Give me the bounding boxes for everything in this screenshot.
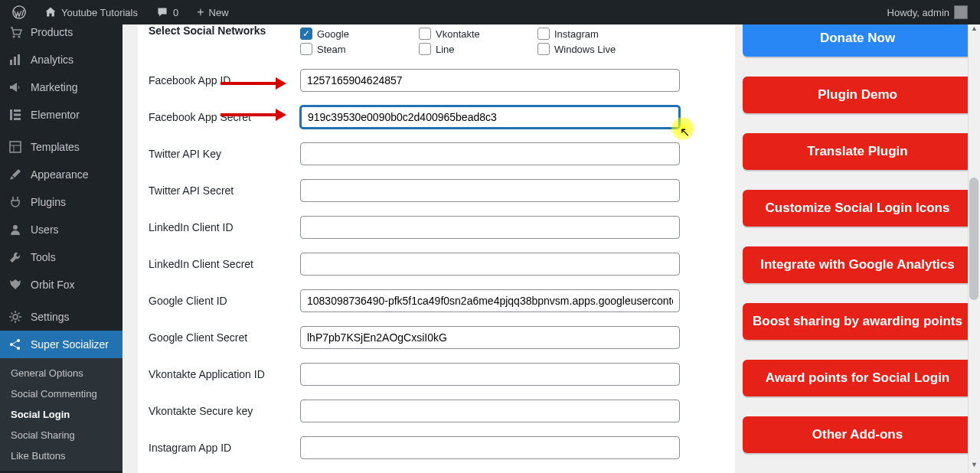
howdy-text: Howdy, admin <box>887 7 949 18</box>
linkedin-client-secret-input[interactable] <box>300 253 680 276</box>
svg-rect-9 <box>14 118 21 120</box>
promo-award-points-for-social-login[interactable]: Award points for Social Login <box>743 360 972 396</box>
sidebar-item-label: Marketing <box>31 81 77 93</box>
sidebar-item-marketing[interactable]: Marketing <box>0 73 122 101</box>
form-row-google-client-secret: Google Client Secret <box>147 319 721 356</box>
sidebar-item-label: Orbit Fox <box>31 279 75 291</box>
twitter-api-secret-input[interactable] <box>300 179 680 202</box>
comments-link[interactable]: 0 <box>150 0 185 24</box>
content-wrap: Select Social Networks ✓Facebook✓GoogleS… <box>122 24 980 473</box>
sidebar-item-plugins[interactable]: Plugins <box>0 188 122 216</box>
sidebar-item-label: Templates <box>31 141 80 153</box>
network-checkbox-line[interactable]: Line <box>419 43 537 55</box>
sidebar-item-settings[interactable]: Settings <box>0 303 122 331</box>
sidebar-item-label: Plugins <box>31 196 66 208</box>
form-row-instagram-app-secret: Instagram App Secret <box>147 466 721 473</box>
facebook-app-id-input[interactable] <box>300 69 680 92</box>
wrench-icon <box>8 250 23 265</box>
sidebar-item-analytics[interactable]: Analytics <box>0 46 122 73</box>
checkbox-label: Vkontakte <box>436 28 480 40</box>
twitter-api-key-input[interactable] <box>300 142 680 165</box>
site-name: Youtube Tutorials <box>61 7 138 18</box>
submenu-item-social-commenting[interactable]: Social Commenting <box>0 383 122 404</box>
svg-rect-6 <box>10 109 12 120</box>
google-client-secret-input[interactable] <box>300 326 680 349</box>
checkbox-icon <box>419 28 431 40</box>
promo-plugin-demo[interactable]: Plugin Demo <box>743 77 972 113</box>
form-row-google-client-id: Google Client ID <box>147 282 721 319</box>
submenu-item-social-login[interactable]: Social Login <box>0 404 122 425</box>
mega-icon <box>8 80 23 95</box>
checkbox-label: Line <box>436 44 455 55</box>
checkbox-icon <box>537 43 550 55</box>
svg-line-18 <box>13 341 17 344</box>
vkontakte-application-id-input[interactable] <box>300 363 680 386</box>
sidebar-item-products[interactable]: Products <box>0 18 122 46</box>
checkbox-label: Steam <box>317 44 346 55</box>
field-label: Twitter API Key <box>147 148 300 160</box>
linkedin-client-id-input[interactable] <box>300 216 680 239</box>
field-label: Twitter API Secret <box>147 184 300 197</box>
promo-other-add-ons[interactable]: Other Add-ons <box>743 416 972 453</box>
checkbox-icon <box>419 43 431 55</box>
field-label: LinkedIn Client Secret <box>147 258 300 270</box>
new-label: New <box>209 7 229 18</box>
promo-donate-now[interactable]: Donate Now <box>743 24 972 57</box>
form-row-facebook-app-id: Facebook App ID <box>147 62 721 99</box>
promo-customize-social-login-icons[interactable]: Customize Social Login Icons <box>743 190 972 227</box>
submenu-item-general-options[interactable]: General Options <box>0 363 122 383</box>
sidebar-item-users[interactable]: Users <box>0 216 122 243</box>
checkbox-label: Windows Live <box>554 44 616 55</box>
instagram-app-id-input[interactable] <box>300 436 680 459</box>
plug-icon <box>8 194 23 210</box>
submenu-item-like-buttons[interactable]: Like Buttons <box>0 445 122 466</box>
svg-point-16 <box>17 339 20 342</box>
checkbox-icon <box>300 43 312 55</box>
scrollbar-thumb[interactable] <box>969 178 978 300</box>
checkbox-label: Instagram <box>554 28 599 40</box>
svg-point-15 <box>10 343 13 346</box>
vertical-scrollbar[interactable]: ▲ ▼ <box>968 24 980 473</box>
promo-translate-plugin[interactable]: Translate Plugin <box>743 133 972 170</box>
form-row-facebook-app-secret: Facebook App Secret <box>147 99 721 135</box>
fox-icon <box>8 277 23 292</box>
sidebar-item-label: Products <box>31 26 73 38</box>
sidebar-item-super-socializer[interactable]: Super Socializer <box>0 331 122 358</box>
new-content-link[interactable]: + New <box>191 0 234 24</box>
avatar <box>954 5 968 19</box>
form-row-vkontakte-secure-key: Vkontakte Secure key <box>147 393 721 429</box>
sidebar-item-label: Users <box>31 223 59 236</box>
field-label: Google Client ID <box>147 295 300 307</box>
field-label: Vkontakte Application ID <box>147 368 300 380</box>
vkontakte-secure-key-input[interactable] <box>300 400 680 422</box>
sidebar-item-orbit-fox[interactable]: Orbit Fox <box>0 271 122 298</box>
svg-point-14 <box>13 315 18 319</box>
google-client-id-input[interactable] <box>300 289 680 312</box>
network-checkbox-vkontakte[interactable]: Vkontakte <box>419 28 537 40</box>
svg-point-13 <box>13 225 18 230</box>
form-row-linkedin-client-id: LinkedIn Client ID <box>147 209 721 246</box>
network-checkbox-steam[interactable]: Steam <box>300 43 419 55</box>
svg-rect-10 <box>10 142 21 152</box>
sidebar-item-templates[interactable]: Templates <box>0 133 122 161</box>
sidebar-item-label: Settings <box>31 311 70 323</box>
chart-icon <box>8 52 23 67</box>
user-menu[interactable]: Howdy, admin <box>887 5 974 19</box>
facebook-app-secret-input[interactable] <box>300 106 680 129</box>
promo-integrate-with-google-analytics[interactable]: Integrate with Google Analytics <box>743 246 972 283</box>
field-label: Google Client Secret <box>147 331 300 344</box>
admin-bar: Youtube Tutorials 0 + New Howdy, admin <box>0 0 980 24</box>
network-checkbox-google[interactable]: ✓Google <box>300 28 419 40</box>
arrow-annotation <box>220 82 282 85</box>
submenu-item-social-sharing[interactable]: Social Sharing <box>0 425 122 445</box>
comments-count: 0 <box>173 7 178 18</box>
sidebar-item-label: Analytics <box>31 54 74 66</box>
sidebar-item-tools[interactable]: Tools <box>0 243 122 271</box>
promo-boost-sharing-by-awarding-points[interactable]: Boost sharing by awarding points <box>743 303 972 340</box>
admin-sidebar: ProductsAnalyticsMarketingElementorTempl… <box>0 24 122 473</box>
elementor-icon <box>8 107 23 122</box>
sidebar-item-elementor[interactable]: Elementor <box>0 101 122 129</box>
sidebar-item-appearance[interactable]: Appearance <box>0 161 122 188</box>
network-checkbox-instagram[interactable]: Instagram <box>537 28 656 40</box>
network-checkbox-windows-live[interactable]: Windows Live <box>537 43 656 55</box>
